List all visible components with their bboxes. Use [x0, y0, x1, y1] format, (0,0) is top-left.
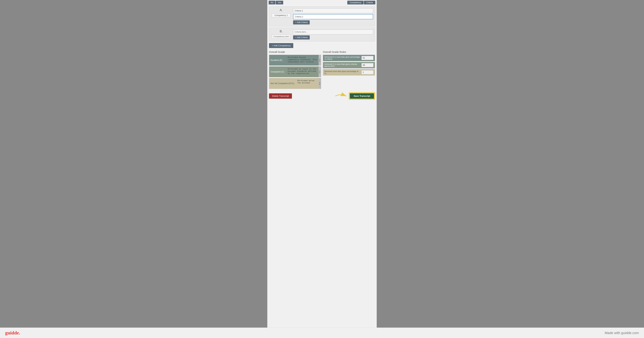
save-transcript-button[interactable]: Save Transcript — [349, 93, 374, 99]
competency-name-input-a[interactable] — [272, 13, 290, 18]
delete-transcript-button[interactable]: Delete Transcript — [269, 93, 292, 99]
no-button[interactable]: No — [269, 1, 275, 4]
nyc-textarea[interactable] — [297, 79, 318, 87]
footer-tagline: Made with guidde.com — [605, 331, 639, 335]
add-competency-container: + Add Competency — [269, 43, 375, 48]
add-criteria-button-b[interactable]: + Add Criteria — [293, 36, 310, 40]
top-bar: No Yes Competency Criteria — [267, 0, 377, 5]
overall-section: Overall Grade Excellent (E): ▲▼ Competen… — [269, 50, 375, 90]
main-content: No Yes Competency Criteria A. + Add Crit… — [0, 0, 644, 328]
excellent-rule-input[interactable] — [362, 56, 374, 60]
excellent-scrollbar[interactable]: ▲▼ — [318, 55, 321, 66]
nyc-label: Not Yet Competent (NYC): — [269, 78, 296, 89]
competency-left-a: A. — [271, 8, 292, 18]
nyc-rule-text: Received more than given percentage of N… — [324, 70, 360, 74]
center-panel: No Yes Competency Criteria A. + Add Crit… — [267, 0, 377, 328]
nyc-scrollbar[interactable]: ▲▼ — [318, 78, 321, 89]
guidde-logo: guidde. — [5, 330, 20, 336]
criteria-tab-button[interactable]: Criteria — [364, 1, 375, 4]
competency-block-b: B. + Add Criteria — [269, 28, 375, 41]
competent-rule-text: Achieved C in more than given criterias … — [324, 63, 360, 67]
competent-textarea[interactable] — [287, 67, 318, 76]
competent-scrollbar[interactable]: ▲▼ — [318, 66, 321, 77]
footer: guidde. Made with guidde.com — [0, 328, 644, 338]
grade-row-excellent: Excellent (E): ▲▼ — [269, 55, 321, 66]
competent-label: Competent (C): — [269, 66, 286, 77]
save-highlight: Save Transcript — [349, 92, 375, 100]
excellent-textarea[interactable] — [287, 56, 318, 64]
yes-button[interactable]: Yes — [276, 1, 283, 4]
competency-right-b: + Add Criteria — [293, 30, 373, 40]
competency-right-a: + Add Criteria — [293, 8, 373, 24]
competency-block-a: A. + Add Criteria — [269, 6, 375, 26]
competent-rule-input[interactable] — [362, 63, 374, 67]
bottom-buttons: Delete Transcript Save Transcript — [269, 92, 375, 100]
overall-grade-panel: Overall Grade Excellent (E): ▲▼ Competen… — [269, 50, 321, 90]
grade-row-nyc: Not Yet Competent (NYC): ▲▼ — [269, 78, 321, 89]
competency-left-b: B. — [271, 30, 292, 39]
criteria-input-b1[interactable] — [293, 30, 373, 34]
competency-name-input-b[interactable] — [272, 34, 290, 39]
competency-letter-a: A. — [280, 8, 282, 12]
add-criteria-button-a[interactable]: + Add Criteria — [293, 20, 310, 24]
excellent-label: Excellent (E): — [269, 55, 286, 66]
overall-rules-panel: Overall Grade Rules Achieved E in more t… — [323, 50, 375, 90]
criteria-input-a1[interactable] — [293, 8, 373, 13]
rules-row-competent: Achieved C in more than given criterias … — [323, 62, 375, 68]
arrow-annotation — [334, 93, 348, 100]
comp-criteria-group: Competency Criteria — [347, 1, 375, 4]
competency-tab-button[interactable]: Competency — [347, 1, 364, 4]
rules-row-excellent: Achieved E in more than given percentage… — [323, 55, 375, 61]
nyc-rule-input[interactable] — [362, 70, 374, 74]
no-yes-group: No Yes — [269, 1, 283, 4]
excellent-rule-text: Achieved E in more than given percentage… — [324, 56, 360, 60]
save-wrapper: Save Transcript — [334, 92, 375, 100]
grade-row-competent: Competent (C): ▲▼ — [269, 66, 321, 77]
nyc-desc — [296, 78, 318, 89]
overall-rules-title: Overall Grade Rules — [323, 50, 375, 53]
add-competency-button[interactable]: + Add Competency — [269, 43, 293, 48]
competent-desc — [286, 66, 318, 77]
overall-grade-title: Overall Grade — [269, 50, 321, 53]
competency-letter-b: B. — [280, 30, 282, 33]
rules-row-nyc: Received more than given percentage of N… — [323, 69, 375, 76]
criteria-input-a2[interactable] — [293, 14, 373, 19]
excellent-desc — [286, 55, 318, 66]
